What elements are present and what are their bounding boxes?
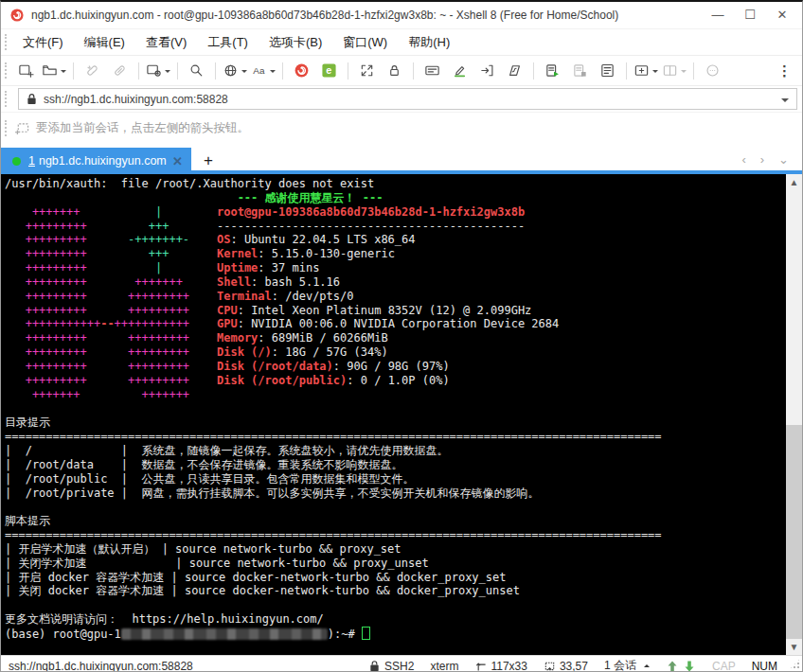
new-tab-button[interactable]: +: [191, 148, 225, 174]
new-tab-button[interactable]: [632, 59, 660, 83]
menu-item-4[interactable]: 选项卡(B): [259, 30, 332, 55]
ssl-lock-icon: [27, 93, 37, 105]
terminal-line: | /root/public | 公共盘，只读共享目录。包含常用数据集和模型文件…: [5, 472, 786, 486]
terminal-line: 脚本提示: [5, 514, 786, 528]
lock-screen-button[interactable]: [381, 59, 408, 83]
scroll-down-icon[interactable]: ▼: [786, 639, 802, 655]
address-field[interactable]: ssh://ngb1.dc.huixingyun.com:58828: [18, 88, 797, 110]
toolbar-divider: [215, 62, 216, 80]
window-title: ngb1.dc.huixingyun.com - root@gpu-109386…: [31, 9, 618, 22]
compose-bar-icon: [424, 62, 440, 79]
notice-bar: 要添加当前会话，点击左侧的箭头按钮。: [1, 112, 802, 144]
address-dropdown-icon[interactable]: [781, 98, 789, 106]
maximize-button[interactable]: ☐: [734, 3, 766, 27]
size-icon: [474, 660, 487, 672]
logout-button[interactable]: [473, 59, 501, 83]
menu-item-0[interactable]: 文件(F): [12, 30, 74, 55]
fullscreen-button[interactable]: [353, 59, 381, 83]
terminal-line: /usr/bin/xauth: file /root/.Xauthority d…: [5, 177, 786, 191]
address-bar: ssh://ngb1.dc.huixingyun.com:58828: [1, 86, 802, 112]
notice-text: 要添加当前会话，点击左侧的箭头按钮。: [36, 120, 249, 136]
toolbar-divider: [282, 62, 283, 80]
session-dropup-icon: [644, 662, 650, 667]
tab-number: 1: [28, 154, 35, 168]
cursor-pos-pane[interactable]: 33,57: [544, 660, 588, 672]
highlight-button[interactable]: [446, 59, 473, 83]
toolbar-divider: [413, 62, 414, 80]
open-session-dropdown-icon[interactable]: [61, 70, 66, 76]
toolbar: Aae⋮: [1, 55, 802, 86]
run-script-button[interactable]: [501, 59, 528, 83]
fullscreen-icon: [359, 62, 375, 79]
session-tab[interactable]: 1 ngb1.dc.huixingyun.com ✕: [1, 148, 191, 174]
status-bar: ssh://ngb1.dc.huixingyun.com:58828 SSH2 …: [1, 655, 802, 672]
session-count-pane[interactable]: 1 会话: [604, 658, 650, 672]
scrollbar-thumb[interactable]: [786, 425, 802, 639]
download-arrow-icon[interactable]: [683, 660, 696, 672]
terminal-cursor: [362, 627, 370, 640]
terminal-line: 更多文档说明请访问： https://help.huixingyun.com/: [5, 612, 786, 627]
minimize-button[interactable]: —: [702, 3, 734, 27]
support-icon: [705, 62, 721, 79]
encoding-dropdown-icon[interactable]: [241, 70, 247, 76]
font-button[interactable]: Aa: [249, 59, 277, 83]
terminal-line: | /root/data | 数据盘，不会保存进镜像。重装系统不影响数据盘。: [5, 458, 786, 472]
menu-item-5[interactable]: 窗口(W): [332, 30, 398, 55]
terminal-line: | / | 系统盘，随镜像一起保存。系统盘较小，请优先使用数据盘。: [5, 444, 786, 458]
xshell-window: ngb1.dc.huixingyun.com - root@gpu-109386…: [0, 0, 803, 672]
find-button[interactable]: [183, 59, 210, 83]
terminal-line: | 关闭学术加速 | source network-turbo && proxy…: [5, 557, 786, 571]
run-script-icon: [507, 62, 523, 79]
close-button[interactable]: ✕: [766, 3, 798, 27]
terminal-line: +++++++++ +++++++++ Disk (/root/data): 9…: [5, 360, 786, 374]
more-options-button[interactable]: ⋮: [771, 59, 798, 83]
split-view-dropdown-icon[interactable]: [681, 70, 687, 76]
protocol-pane[interactable]: SSH2: [368, 660, 414, 672]
cursor-pos-icon: [544, 660, 556, 672]
notice-drag-handle[interactable]: [5, 120, 7, 136]
menu-item-3[interactable]: 工具(T): [197, 30, 259, 55]
new-tab-icon: [633, 62, 650, 79]
terminal-line: | /root/private | 网盘，需执行挂载脚本。可以多实例共享，不受实…: [5, 486, 786, 501]
lock-screen-icon: [386, 62, 402, 79]
xshell-app-button[interactable]: [288, 59, 315, 83]
encoding-icon: [223, 62, 239, 79]
terminal-line: +++++++++++--+++++++++++ GPU: NVIDIA 00:…: [5, 317, 786, 331]
xftp-app-icon: e: [321, 62, 337, 79]
tab-scroll-right-icon[interactable]: ›: [760, 152, 764, 167]
new-tab-dropdown-icon[interactable]: [652, 70, 658, 76]
menu-item-6[interactable]: 帮助(H): [398, 30, 460, 55]
duplicate-session-dropdown-icon[interactable]: [165, 70, 170, 76]
open-session-button[interactable]: [40, 59, 68, 83]
terminal[interactable]: /usr/bin/xauth: file /root/.Xauthority d…: [1, 174, 802, 655]
menu-item-2[interactable]: 查看(V): [135, 30, 197, 55]
split-view-icon: [662, 62, 678, 79]
scroll-up-icon[interactable]: ▲: [786, 174, 802, 190]
font-dropdown-icon[interactable]: [270, 70, 276, 76]
duplicate-session-button[interactable]: [144, 59, 172, 83]
new-session-button[interactable]: [12, 59, 40, 83]
terminal-type-pane[interactable]: xterm: [430, 660, 458, 672]
tab-host: ngb1.dc.huixingyun.com: [39, 154, 167, 168]
view-log-button[interactable]: [594, 59, 621, 83]
start-recording-button[interactable]: [539, 59, 566, 83]
encoding-button[interactable]: [221, 59, 249, 83]
new-session-icon: [18, 62, 34, 79]
upload-arrow-icon[interactable]: [666, 660, 679, 672]
terminal-size-pane[interactable]: 117x33: [474, 660, 526, 672]
terminal-scrollbar[interactable]: ▲ ▼: [786, 174, 802, 655]
toolbar-drag-handle[interactable]: [5, 62, 7, 79]
menu-item-1[interactable]: 编辑(E): [74, 30, 135, 55]
tab-list-icon[interactable]: ⌄: [778, 152, 789, 167]
compose-bar-button[interactable]: [419, 59, 446, 83]
address-drag-handle[interactable]: [5, 91, 7, 107]
tab-close-icon[interactable]: ✕: [172, 154, 183, 168]
tab-scroll-left-icon[interactable]: ‹: [741, 152, 745, 167]
protocol-lock-icon: [368, 660, 381, 672]
toolbar-divider: [138, 62, 139, 80]
terminal-line: | 开启 docker 容器学术加速 | source docker-netwo…: [5, 571, 786, 585]
menu-drag-handle[interactable]: [5, 34, 7, 50]
resize-grip[interactable]: [790, 659, 800, 669]
xftp-app-button[interactable]: e: [315, 59, 343, 83]
terminal-line: 目录提示: [5, 416, 786, 430]
